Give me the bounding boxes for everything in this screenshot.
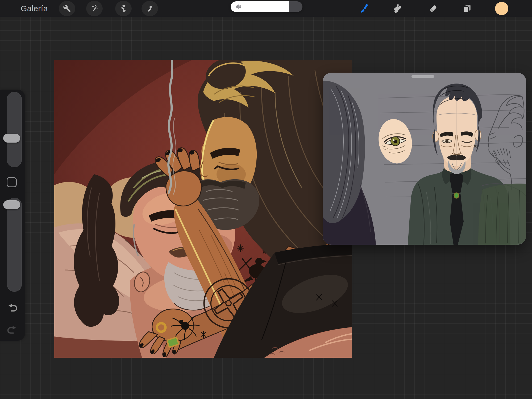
- adjustments-button[interactable]: [86, 1, 103, 16]
- smudge-tool-button[interactable]: [389, 1, 406, 16]
- magic-wand-icon: [90, 5, 98, 13]
- redo-icon: [7, 326, 18, 335]
- redo-button[interactable]: [6, 326, 18, 335]
- reference-sketch: [323, 73, 526, 245]
- paint-brush-icon: [359, 3, 369, 14]
- paint-tool-button[interactable]: [356, 1, 372, 16]
- brush-opacity-handle[interactable]: [3, 200, 20, 209]
- transform-button[interactable]: [142, 1, 158, 16]
- drawing-canvas[interactable]: [54, 60, 352, 358]
- artwork-painting: [54, 60, 352, 358]
- volume-hud[interactable]: [231, 1, 302, 12]
- selection-s-icon: [119, 5, 127, 13]
- actions-button[interactable]: [59, 1, 75, 16]
- window-drag-handle[interactable]: [412, 75, 434, 78]
- layers-icon: [462, 3, 472, 14]
- smudge-icon: [392, 3, 403, 14]
- brush-size-handle[interactable]: [3, 134, 20, 143]
- selection-button[interactable]: [115, 1, 132, 16]
- brush-sidebar: [0, 90, 25, 341]
- volume-fill: [231, 1, 289, 12]
- color-button[interactable]: [493, 1, 510, 16]
- eraser-icon: [428, 3, 438, 14]
- wrench-icon: [63, 5, 71, 13]
- gallery-button[interactable]: Galería: [21, 0, 48, 17]
- color-swatch: [495, 2, 509, 15]
- speaker-icon: [235, 3, 242, 10]
- brush-size-slider[interactable]: [7, 92, 22, 167]
- modify-button[interactable]: [7, 177, 17, 187]
- erase-tool-button[interactable]: [425, 1, 441, 16]
- undo-button[interactable]: [6, 304, 18, 313]
- layers-button[interactable]: [459, 1, 475, 16]
- top-toolbar: Galería: [0, 0, 532, 17]
- transform-arrow-icon: [146, 5, 154, 13]
- reference-companion-window[interactable]: [323, 73, 526, 245]
- brush-opacity-slider[interactable]: [7, 198, 22, 292]
- undo-icon: [7, 304, 18, 313]
